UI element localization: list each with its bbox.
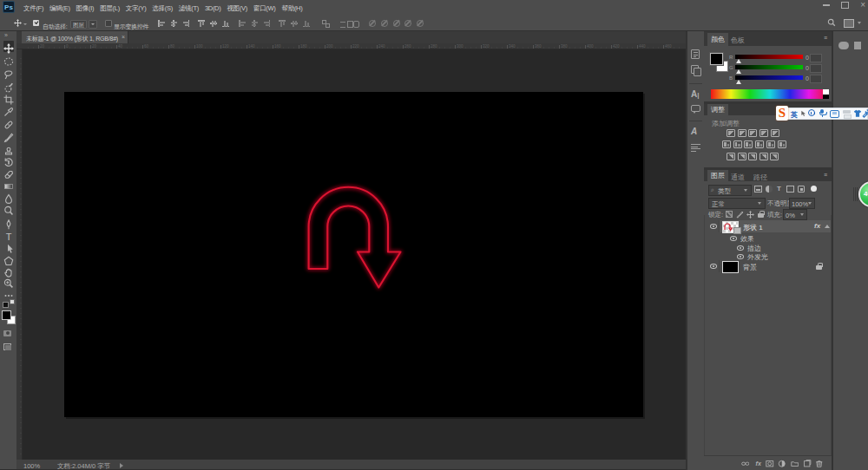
svg-text:fx: fx — [756, 460, 762, 467]
svg-text:T: T — [6, 232, 12, 242]
